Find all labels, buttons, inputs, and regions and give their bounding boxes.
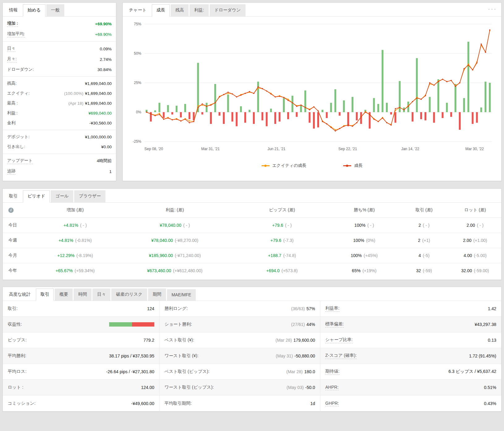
tab-info_panel-0[interactable]: 始める <box>23 4 45 17</box>
info-section: アップデート4時間前追跡1 <box>3 154 116 179</box>
stat-cell: 勝利ロング:(36/63)57% <box>160 301 320 317</box>
bar-up <box>283 98 285 112</box>
bar-down <box>236 112 237 126</box>
stat-value: (36/63)57% <box>291 306 315 311</box>
info-panel: 情報始める一般 増加 :+69.90%増加平均:+69.90%日々0.09%月々… <box>2 2 116 181</box>
info-section: 日々0.09%月々:2.74%ドローダウン:30.84% <box>3 42 116 77</box>
stats-panel: 高度な統計取引概要時間日々破産のリスク期間MAE/MFE 取引:124勝利ロング… <box>2 287 502 412</box>
period-cell: +65.67%(+59.34%) <box>35 263 115 278</box>
tab-stats_panel-0[interactable]: 取引 <box>36 289 54 301</box>
tab-chart_panel-3[interactable]: ドローダウン <box>210 4 246 16</box>
series-point <box>476 62 478 64</box>
info-row: 金利-¥30,560.00 <box>7 118 112 128</box>
series-point <box>292 102 293 104</box>
y-axis-label: 25% <box>134 81 141 85</box>
period-cell-diff: (-74.8) <box>283 253 296 258</box>
series-point <box>421 99 422 100</box>
tab-info_panel-1[interactable]: 一般 <box>46 4 64 16</box>
bar-up <box>455 84 456 112</box>
period-row-label: 今年 <box>3 263 35 278</box>
stat-value: -26.64 pips / -¥27,301.80 <box>106 369 154 374</box>
info-row-main-value: 30.84% <box>97 67 112 72</box>
tab-stats_panel-6[interactable]: MAE/MFE <box>167 289 196 301</box>
stats_panel-title: 高度な統計 <box>5 289 35 301</box>
period-cell-value: +4.81% <box>63 223 78 228</box>
info-row-value: 0.09% <box>100 47 112 51</box>
tab-period_panel-1[interactable]: ゴール <box>51 190 73 202</box>
period-cell-diff: ( - ) <box>367 223 374 228</box>
tab-chart_panel-2[interactable]: 利益: <box>190 4 209 16</box>
series-point <box>455 86 456 87</box>
period-cell-value: 2 <box>418 238 421 243</box>
period-cell-diff: ( - ) <box>477 223 484 228</box>
bar-up <box>485 82 486 112</box>
stat-label: 期待値: <box>325 369 340 375</box>
series-point <box>206 106 207 107</box>
bar-up <box>292 96 293 112</box>
series-point <box>361 116 362 117</box>
period-cell-value: 32.00 <box>461 268 472 273</box>
period-cell-diff: ( - ) <box>183 223 190 228</box>
tab-chart_panel-1[interactable]: 残高 <box>171 4 189 16</box>
more-options-icon[interactable]: ··· <box>488 5 497 12</box>
info-row-main-value: +69.90% <box>95 22 112 26</box>
info-row-value: -¥30,560.00 <box>89 121 112 125</box>
bar-down <box>266 112 267 126</box>
y-axis-label: 75% <box>134 22 141 26</box>
info-row-value: 4時間前 <box>97 158 112 164</box>
series-point <box>404 109 405 111</box>
series-point <box>262 88 263 89</box>
stat-label: ベスト取引 (¥): <box>164 337 194 343</box>
series-point <box>481 44 482 45</box>
info-row-value: (Apr 18)¥1,699,040.00 <box>68 101 112 106</box>
tab-period_panel-0[interactable]: ピリオド <box>23 190 50 203</box>
chart-panel: チャート成長残高利益:ドローダウン··· 75%50%25%0%-25%Sep … <box>122 2 502 181</box>
legend-item-growth[interactable]: 成長 <box>343 163 362 168</box>
info-row: 日々0.09% <box>7 44 112 54</box>
tab-stats_panel-3[interactable]: 日々 <box>92 289 110 301</box>
tab-period_panel-2[interactable]: ブラウザー <box>74 190 105 202</box>
period-cell: 100%(0%) <box>329 233 399 248</box>
tab-stats_panel-4[interactable]: 破産のリスク <box>111 289 147 301</box>
legend-item-equity-growth[interactable]: エクイティの成長 <box>262 163 306 168</box>
stat-value: 1.72 (91.45%) <box>469 353 496 358</box>
stat-label: ベスト取引 (ピップス): <box>164 369 209 374</box>
info-icon[interactable]: i <box>8 208 14 213</box>
tab-stats_panel-5[interactable]: 期間 <box>148 289 166 301</box>
bar-up <box>330 103 332 112</box>
bar-down <box>347 112 349 126</box>
period-table: i増加 (差)利益: (差)ピップス (差)勝ち% (差)取引 (差)ロット (… <box>3 203 501 278</box>
table-row: 今月+12.29%(-8.19%)¥185,960.00(-¥71,240.00… <box>3 248 501 263</box>
period-cell: 4(-5) <box>399 248 449 263</box>
stat-pre-value: (Mar 28) <box>286 369 303 374</box>
stat-value: 779.2 <box>143 338 154 343</box>
bar-up <box>206 103 207 112</box>
tab-chart_panel-0[interactable]: 成長 <box>152 4 170 17</box>
stat-cell: 収益性: <box>3 317 160 332</box>
bar-up <box>429 97 431 112</box>
series-point <box>309 109 310 111</box>
stat-main-value: 0.13 <box>488 338 496 343</box>
tab-stats_panel-1[interactable]: 概要 <box>55 289 73 301</box>
bar-up <box>416 58 418 112</box>
series-point <box>335 129 336 130</box>
info-row-value: ¥1,699,040.00 <box>85 81 112 86</box>
profitability-bar-win <box>109 322 132 327</box>
tab-stats_panel-2[interactable]: 時間 <box>74 289 92 301</box>
series-point <box>489 29 490 31</box>
series-point <box>240 95 241 96</box>
series-point <box>451 80 452 81</box>
period-cell-diff: ( - ) <box>423 223 429 228</box>
info-row-label: 日々 <box>7 46 15 52</box>
bar-up <box>154 110 156 112</box>
series-point <box>258 86 259 87</box>
info-row-value: ¥1,000,000.00 <box>85 135 112 139</box>
series-point <box>382 117 383 119</box>
series-point <box>318 110 319 112</box>
chart-legend: エクイティの成長成長 <box>123 160 501 170</box>
bar-down <box>476 112 478 123</box>
series-point <box>331 127 332 128</box>
info-row-value: ¥699,040.00 <box>88 111 112 116</box>
bar-down <box>339 112 340 116</box>
stat-main-value: 180.0 <box>304 369 315 374</box>
